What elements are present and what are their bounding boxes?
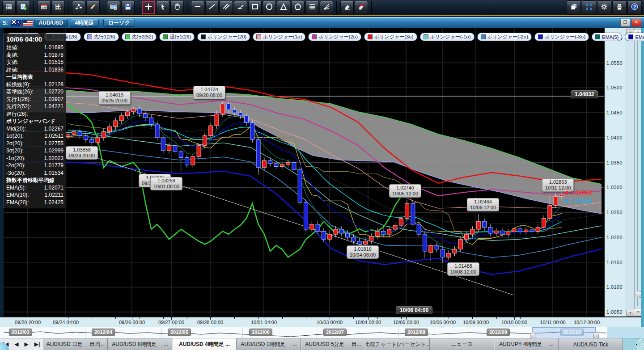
- price-axis-label: 1.0350: [606, 160, 623, 165]
- swing-marker: 1.0148810/08 12:00: [447, 262, 479, 276]
- legend-swatch: [256, 34, 261, 39]
- panel-row-label: Mid(20):: [6, 125, 26, 133]
- legend-toggle-6[interactable]: ボリンジャー(1σ): [253, 33, 306, 41]
- legend-toggle-11[interactable]: ボリンジャー(-3σ): [534, 33, 589, 41]
- calendar-tool-button[interactable]: Cal: [37, 1, 51, 14]
- tab-4[interactable]: AUD/USD 1時間足 一...: [237, 338, 301, 350]
- tab-6[interactable]: 比較チャート(パーセント...: [365, 338, 430, 350]
- print-button[interactable]: [612, 0, 627, 15]
- report-add-tool-button[interactable]: [17, 1, 30, 14]
- legend-toggle-13[interactable]: EMA(10): [625, 33, 644, 41]
- table-tool-button[interactable]: [2, 1, 16, 14]
- swing-marker: 1.0274010/05 12:00: [389, 184, 421, 198]
- navigator-month-label: 2012/07: [323, 329, 347, 336]
- navigator-month-label: 2012/06: [249, 329, 272, 336]
- swing-marker: 1.0246410/09 12:00: [467, 198, 499, 211]
- tab-bar-filler: [623, 338, 632, 350]
- time-axis-minor-tick: [306, 317, 306, 319]
- prev-tab-button[interactable]: ◀: [14, 338, 18, 350]
- legend-label: ボリンジャー(-2σ): [487, 34, 528, 40]
- settings-button[interactable]: [597, 0, 611, 15]
- legend-swatch: [312, 34, 317, 39]
- panel-row: EMA(20):1.02425: [6, 199, 64, 207]
- fibo-tool-button[interactable]: [305, 1, 319, 14]
- trendline-tool-button[interactable]: [205, 1, 219, 14]
- time-axis-minor-tick: [258, 317, 259, 319]
- ellipse-tool-button[interactable]: [263, 1, 276, 14]
- legend-toggle-3[interactable]: 先行2(52): [122, 33, 157, 41]
- marker-time: 10/04 08:00: [350, 252, 376, 257]
- time-axis-label: 09/28 00:00: [197, 320, 223, 325]
- panel-row: 3σ(20):1.02999: [6, 147, 64, 155]
- triangle-tool-button[interactable]: [277, 1, 290, 14]
- legend-toggle-4[interactable]: 遅行1(26): [159, 33, 195, 41]
- panel-row-label: -3σ(20):: [6, 169, 25, 177]
- eraser-tool-button[interactable]: [340, 1, 354, 14]
- template-tool-button[interactable]: [107, 1, 120, 14]
- time-axis: 09/20 20:0009/24 04:0009/26 00:0009/27 0…: [0, 316, 644, 328]
- panel-row-value: 1.01534: [44, 169, 64, 177]
- legend-toggle-8[interactable]: ボリンジャー(3σ): [364, 33, 417, 41]
- marker-time: 09/28 08:00: [196, 93, 222, 98]
- vertical-scrollbar[interactable]: ▲▼: [625, 28, 635, 316]
- time-axis-minor-tick: [163, 317, 164, 319]
- time-axis-minor-tick: [115, 317, 116, 319]
- crosshair-tool-button[interactable]: [142, 1, 155, 14]
- indicator-legend: 転換線(9)基準線(26)先行1(26)先行2(52)遅行1(26)ボリンジャー…: [6, 33, 644, 41]
- symbol-button[interactable]: AUD/USD: [34, 19, 68, 27]
- panel-datetime: 10/06 04:00: [6, 35, 64, 43]
- eraser-all-tool-button[interactable]: ALL: [355, 1, 368, 14]
- tab-8[interactable]: AUD/JPY 4時間足 一...: [494, 338, 559, 350]
- zoom-slider-handle[interactable]: [635, 291, 641, 298]
- svg-text:ALL: ALL: [360, 4, 365, 7]
- cursor-tool-button[interactable]: [156, 1, 169, 14]
- panel-row: 遅行(26):: [6, 110, 64, 118]
- legend-toggle-10[interactable]: ボリンジャー(-2σ): [477, 33, 532, 41]
- last-tab-button[interactable]: ▶|: [34, 338, 40, 350]
- tab-7[interactable]: ニュース: [430, 338, 494, 350]
- tab-2[interactable]: AUD/USD 8時間足 一...: [108, 338, 172, 350]
- tab-1[interactable]: AUD/USD 日足 一目均...: [43, 338, 108, 350]
- pentagon-tool-button[interactable]: [291, 1, 305, 14]
- next-tab-button[interactable]: ▶: [25, 338, 29, 350]
- parallel-tool-button[interactable]: [220, 1, 233, 14]
- tab-3[interactable]: AUD/USD 4時間足 ...: [172, 338, 237, 350]
- pencil-tool-button[interactable]: [86, 1, 100, 14]
- legend-toggle-9[interactable]: ボリンジャー(-1σ): [420, 33, 475, 41]
- hline-tool-button[interactable]: [191, 1, 204, 14]
- price-axis-label: 1.0450: [606, 110, 623, 115]
- marker-price: 1.04619: [106, 92, 123, 97]
- tab-9[interactable]: AUD/USD Tick: [559, 338, 623, 350]
- windows-button[interactable]: [567, 0, 581, 15]
- close-window-button[interactable]: ✕: [631, 19, 641, 27]
- hand-tool-button[interactable]: [170, 1, 184, 14]
- zoom-scrollbar[interactable]: +−: [635, 28, 641, 316]
- marker-time: 09/25 20:00: [102, 98, 127, 103]
- time-axis-minor-tick: [377, 317, 378, 319]
- tab-5[interactable]: AUD/USD 5分足 一目...: [301, 338, 365, 350]
- legend-toggle-5[interactable]: ボリンジャー(20): [197, 33, 250, 41]
- angle-tool-button[interactable]: [234, 1, 247, 14]
- chart-type-button[interactable]: ローソク: [103, 19, 135, 27]
- legend-toggle-7[interactable]: ボリンジャー(2σ): [308, 33, 361, 41]
- time-axis-label: 09/24 04:00: [53, 320, 79, 325]
- legend-toggle-2[interactable]: 先行1(26): [84, 33, 119, 41]
- restore-window-button[interactable]: ❐: [620, 19, 630, 27]
- nodes-tool-button[interactable]: [72, 1, 85, 14]
- rect-tool-button[interactable]: [248, 1, 262, 14]
- fan-tool-button[interactable]: [320, 1, 333, 14]
- legend-label: ボリンジャー(20): [208, 34, 246, 40]
- timeframe-button[interactable]: 4時間足: [70, 19, 99, 27]
- time-axis-label: 10/05 00:00: [393, 320, 419, 325]
- resize-grip[interactable]: [637, 338, 644, 350]
- navigator-month-label: 2012/05: [168, 329, 191, 336]
- legend-label: EMA(5): [602, 34, 619, 40]
- legend-toggle-12[interactable]: EMA(5): [592, 33, 622, 41]
- compare-tool-button[interactable]: 比: [51, 1, 65, 14]
- help-button[interactable]: ?: [627, 0, 642, 15]
- timeline-navigator[interactable]: 2012/032012/042012/052012/062012/072012/…: [0, 327, 644, 338]
- save-tool-button[interactable]: [121, 1, 135, 14]
- expand-button[interactable]: [582, 0, 596, 15]
- price-axis-label: 1.0250: [606, 210, 623, 215]
- chart-canvas[interactable]: [4, 28, 604, 316]
